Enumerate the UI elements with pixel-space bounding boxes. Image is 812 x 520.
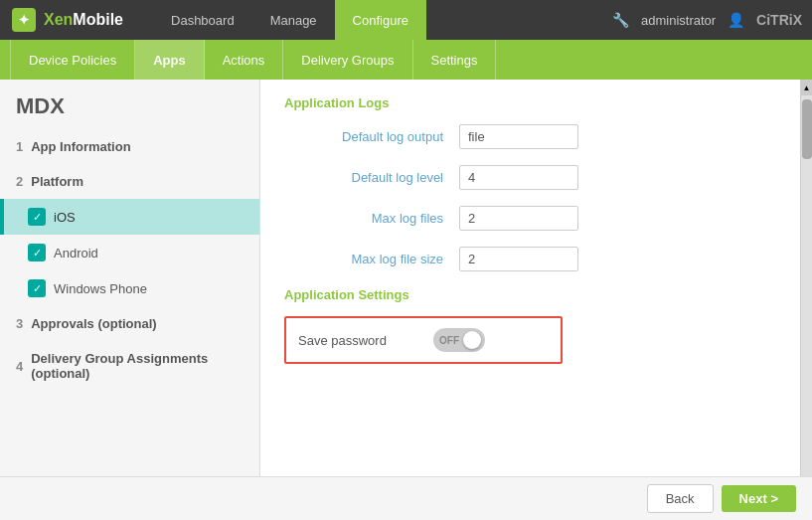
save-password-row: Save password OFF bbox=[284, 316, 563, 364]
secondary-navigation: Device Policies Apps Actions Delivery Gr… bbox=[0, 40, 812, 80]
nav-configure[interactable]: Configure bbox=[335, 0, 426, 40]
max-log-file-size-input[interactable] bbox=[459, 247, 578, 271]
sec-nav-device-policies[interactable]: Device Policies bbox=[10, 40, 135, 80]
ios-check-icon: ✓ bbox=[28, 208, 46, 226]
toggle-off-label: OFF bbox=[439, 335, 459, 346]
sidebar-item-windows-phone[interactable]: ✓ Windows Phone bbox=[0, 270, 259, 306]
application-settings-title: Application Settings bbox=[284, 287, 776, 302]
default-log-level-label: Default log level bbox=[284, 170, 443, 185]
top-navigation: ✦ XenMobile Dashboard Manage Configure 🔧… bbox=[0, 0, 812, 40]
sec-nav-delivery-groups[interactable]: Delivery Groups bbox=[283, 40, 412, 80]
max-log-files-row: Max log files bbox=[284, 206, 776, 231]
sidebar-step-4: 4 Delivery Group Assignments (optional) bbox=[0, 341, 259, 391]
scroll-up-arrow[interactable]: ▲ bbox=[801, 80, 812, 95]
step-number-4: 4 bbox=[16, 359, 23, 374]
windows-phone-label: Windows Phone bbox=[54, 281, 147, 296]
admin-label: administrator bbox=[641, 13, 716, 28]
max-log-files-input[interactable] bbox=[459, 206, 578, 231]
main-content: Application Logs Default log output Defa… bbox=[260, 80, 800, 520]
android-check-icon: ✓ bbox=[28, 244, 46, 261]
sidebar-item-android[interactable]: ✓ Android bbox=[0, 235, 259, 270]
sidebar-header-delivery[interactable]: 4 Delivery Group Assignments (optional) bbox=[0, 341, 259, 391]
svg-text:✦: ✦ bbox=[18, 12, 30, 28]
default-log-output-row: Default log output bbox=[284, 124, 776, 149]
step-label-app-info: App Information bbox=[31, 139, 130, 154]
default-log-level-input[interactable] bbox=[459, 165, 578, 190]
sidebar-header-approvals[interactable]: 3 Approvals (optional) bbox=[0, 306, 259, 341]
logo-text: XenMobile bbox=[44, 11, 123, 29]
sidebar-step-3: 3 Approvals (optional) bbox=[0, 306, 259, 341]
default-log-output-label: Default log output bbox=[284, 129, 443, 144]
toggle-knob bbox=[463, 331, 481, 349]
logo: ✦ XenMobile bbox=[10, 6, 123, 34]
step-label-delivery: Delivery Group Assignments (optional) bbox=[31, 351, 244, 381]
step-label-platform: Platform bbox=[31, 174, 83, 189]
footer: Back Next > bbox=[0, 476, 812, 520]
xenmobile-logo-icon: ✦ bbox=[10, 6, 38, 34]
max-log-file-size-row: Max log file size bbox=[284, 247, 776, 271]
nav-manage[interactable]: Manage bbox=[252, 0, 335, 40]
nav-links: Dashboard Manage Configure bbox=[153, 0, 612, 40]
save-password-toggle[interactable]: OFF bbox=[433, 328, 485, 352]
sec-nav-settings[interactable]: Settings bbox=[413, 40, 497, 80]
step-label-approvals: Approvals (optional) bbox=[31, 316, 156, 331]
main-layout: MDX 1 App Information 2 Platform ✓ iOS ✓… bbox=[0, 80, 812, 520]
wrench-icon: 🔧 bbox=[612, 12, 629, 28]
sidebar-header-app-info[interactable]: 1 App Information bbox=[0, 129, 259, 164]
default-log-output-input[interactable] bbox=[459, 124, 578, 149]
step-number-2: 2 bbox=[16, 174, 23, 189]
scroll-thumb[interactable] bbox=[802, 99, 812, 159]
nav-dashboard[interactable]: Dashboard bbox=[153, 0, 252, 40]
sidebar-title: MDX bbox=[0, 80, 259, 129]
sidebar-item-ios[interactable]: ✓ iOS bbox=[0, 199, 259, 235]
citrix-logo: CiTRiX bbox=[756, 12, 802, 28]
save-password-label: Save password bbox=[298, 333, 417, 348]
sidebar-header-platform[interactable]: 2 Platform bbox=[0, 164, 259, 199]
ios-label: iOS bbox=[54, 210, 76, 225]
android-label: Android bbox=[54, 246, 98, 260]
sidebar: MDX 1 App Information 2 Platform ✓ iOS ✓… bbox=[0, 80, 260, 520]
sec-nav-actions[interactable]: Actions bbox=[205, 40, 284, 80]
max-log-files-label: Max log files bbox=[284, 211, 443, 226]
nav-right-area: 🔧 administrator 👤 CiTRiX bbox=[612, 12, 802, 28]
user-icon: 👤 bbox=[728, 12, 744, 28]
default-log-level-row: Default log level bbox=[284, 165, 776, 190]
max-log-file-size-label: Max log file size bbox=[284, 252, 443, 266]
next-button[interactable]: Next > bbox=[722, 485, 796, 512]
sidebar-step-2: 2 Platform ✓ iOS ✓ Android ✓ Windows Pho… bbox=[0, 164, 259, 306]
back-button[interactable]: Back bbox=[647, 484, 714, 513]
windows-phone-check-icon: ✓ bbox=[28, 279, 46, 297]
application-logs-title: Application Logs bbox=[284, 95, 776, 110]
sidebar-step-1: 1 App Information bbox=[0, 129, 259, 164]
step-number-3: 3 bbox=[16, 316, 23, 331]
sec-nav-apps[interactable]: Apps bbox=[135, 40, 205, 80]
scrollbar[interactable]: ▲ ▼ bbox=[800, 80, 812, 520]
step-number-1: 1 bbox=[16, 139, 23, 154]
